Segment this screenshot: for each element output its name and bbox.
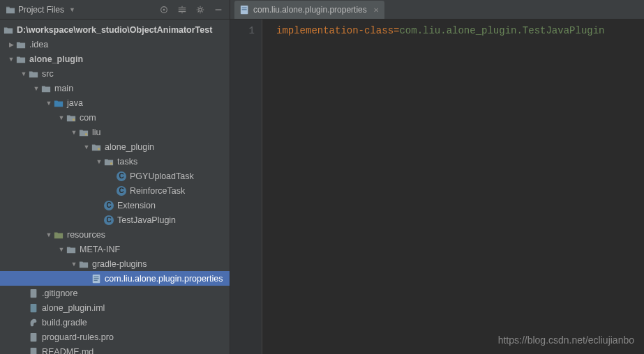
- editor-area: com.liu.alone.plugin.properties ✕ 1 impl…: [230, 0, 644, 354]
- tab-bar: com.liu.alone.plugin.properties ✕: [230, 0, 644, 20]
- collapse-all-icon[interactable]: [177, 4, 188, 15]
- svg-rect-9: [94, 278, 99, 279]
- tree-class-pgyuploadtask[interactable]: C PGYUploadTask: [0, 169, 230, 183]
- tree-label: main: [54, 84, 73, 93]
- tree-label: alone_plugin: [105, 142, 154, 152]
- tree-label: D:\workspace\work_studio\ObjectAnimatorT…: [17, 25, 212, 35]
- tree-folder-java[interactable]: ▼ java: [0, 95, 230, 110]
- tree-folder-src[interactable]: ▼ src: [0, 66, 230, 81]
- svg-rect-10: [94, 279, 98, 280]
- tree-folder-metainf[interactable]: ▼ META-INF: [0, 242, 230, 256]
- chevron-down-icon[interactable]: ▼: [82, 144, 91, 151]
- tree-label: gradle-plugins: [92, 259, 147, 269]
- svg-point-4: [85, 132, 88, 135]
- tree-label: tasks: [117, 157, 137, 167]
- tree-class-extension[interactable]: C Extension: [0, 198, 230, 213]
- tree-folder-idea[interactable]: ▶ .idea: [0, 37, 230, 52]
- line-number: 1: [230, 25, 255, 36]
- svg-point-5: [98, 147, 100, 150]
- tree-label: alone_plugin: [29, 54, 83, 64]
- tree-label: README.md: [42, 347, 93, 355]
- chevron-down-icon[interactable]: ▼: [95, 158, 103, 165]
- tree-file-build-gradle[interactable]: build.gradle: [0, 315, 230, 330]
- source-folder-icon: [53, 98, 64, 109]
- chevron-down-icon[interactable]: ▼: [70, 261, 78, 268]
- folder-icon: [15, 54, 27, 65]
- tree-package-com[interactable]: ▼ com: [0, 110, 230, 125]
- project-tree[interactable]: D:\workspace\work_studio\ObjectAnimatorT…: [0, 20, 230, 354]
- editor-tab[interactable]: com.liu.alone.plugin.properties ✕: [234, 1, 384, 19]
- resource-folder-icon: [53, 229, 64, 240]
- folder-icon: [66, 244, 77, 255]
- package-icon: [66, 112, 77, 123]
- folder-icon: [6, 6, 15, 14]
- tree-file-proguard[interactable]: proguard-rules.pro: [0, 330, 230, 344]
- tree-label: build.gradle: [42, 318, 87, 328]
- class-icon: C: [103, 215, 114, 226]
- chevron-down-icon[interactable]: ▼: [57, 246, 66, 253]
- tree-package-liu[interactable]: ▼ liu: [0, 125, 230, 139]
- tree-module-alone-plugin[interactable]: ▼ alone_plugin: [0, 52, 230, 66]
- iml-file-icon: [28, 302, 39, 314]
- locate-icon[interactable]: [158, 4, 170, 15]
- sidebar-title-group[interactable]: Project Files ▼: [6, 5, 158, 15]
- tree-folder-gradle-plugins[interactable]: ▼ gradle-plugins: [0, 256, 230, 271]
- tree-label: com: [80, 113, 96, 123]
- tree-folder-resources[interactable]: ▼ resources: [0, 227, 230, 242]
- folder-icon: [3, 24, 14, 36]
- class-icon: C: [103, 200, 114, 211]
- editor-content[interactable]: 1 implementation-class=com.liu.alone_plu…: [230, 20, 644, 354]
- svg-rect-16: [242, 8, 247, 8]
- tree-package-alone-plugin[interactable]: ▼ alone_plugin: [0, 139, 230, 154]
- tree-label: liu: [92, 128, 101, 137]
- chevron-down-icon[interactable]: ▼: [57, 114, 66, 121]
- folder-icon: [28, 68, 39, 79]
- tree-label: META-INF: [80, 245, 120, 254]
- tree-file-gitignore[interactable]: .gitignore: [0, 286, 230, 300]
- code-area[interactable]: implementation-class=com.liu.alone_plugi…: [262, 20, 644, 354]
- chevron-down-icon[interactable]: ▼: [20, 70, 28, 77]
- tree-folder-main[interactable]: ▼ main: [0, 81, 230, 95]
- chevron-right-icon[interactable]: ▶: [7, 41, 15, 48]
- gradle-file-icon: [28, 317, 39, 328]
- class-icon: C: [116, 171, 127, 182]
- chevron-down-icon[interactable]: ▼: [70, 129, 78, 136]
- chevron-down-icon[interactable]: ▼: [7, 56, 15, 63]
- file-icon: [28, 288, 39, 299]
- package-icon: [78, 127, 89, 138]
- tree-package-tasks[interactable]: ▼ tasks: [0, 154, 230, 169]
- tree-label: .idea: [29, 40, 48, 49]
- svg-point-2: [199, 8, 202, 10]
- close-icon[interactable]: ✕: [373, 6, 379, 14]
- code-key: implementation-class: [276, 25, 394, 36]
- tree-label: com.liu.alone.plugin.properties: [105, 274, 223, 284]
- project-sidebar: Project Files ▼ D:\workspace\work_studio…: [0, 0, 230, 354]
- tree-label: Extension: [117, 201, 156, 210]
- tree-class-reinforcetask[interactable]: C ReinforceTask: [0, 183, 230, 198]
- tree-file-properties[interactable]: com.liu.alone.plugin.properties: [0, 271, 230, 286]
- hide-icon[interactable]: [213, 4, 224, 15]
- tree-label: resources: [67, 230, 105, 240]
- gear-icon[interactable]: [195, 4, 206, 15]
- svg-point-1: [163, 8, 165, 10]
- tab-label: com.liu.alone.plugin.properties: [253, 5, 367, 15]
- package-icon: [91, 141, 102, 153]
- package-icon: [103, 156, 114, 167]
- tree-file-readme[interactable]: README.md: [0, 344, 230, 354]
- properties-file-icon: [91, 273, 102, 284]
- svg-point-6: [110, 162, 113, 164]
- chevron-down-icon[interactable]: ▼: [45, 100, 53, 107]
- tree-label: alone_plugin.iml: [42, 303, 105, 313]
- folder-icon: [40, 83, 52, 94]
- project-view-selector[interactable]: Project Files: [18, 5, 64, 15]
- gutter: 1: [230, 20, 262, 354]
- folder-icon: [15, 39, 27, 50]
- tree-label: java: [67, 98, 83, 108]
- svg-rect-13: [31, 332, 37, 341]
- tree-file-iml[interactable]: alone_plugin.iml: [0, 300, 230, 315]
- chevron-down-icon[interactable]: ▼: [45, 231, 53, 238]
- tree-class-testjavaplugin[interactable]: C TestJavaPlugin: [0, 213, 230, 227]
- svg-rect-8: [94, 276, 99, 277]
- chevron-down-icon[interactable]: ▼: [32, 85, 40, 92]
- tree-root[interactable]: D:\workspace\work_studio\ObjectAnimatorT…: [0, 22, 230, 37]
